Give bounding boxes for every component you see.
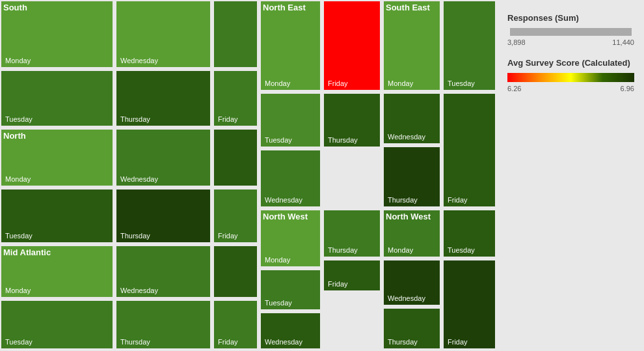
- legend-panel: Responses (Sum) 3,898 11,440 Avg Survey …: [498, 0, 644, 351]
- mid-atlantic-thursday: Thursday: [115, 300, 211, 350]
- north-tuesday-label: Tuesday: [3, 231, 34, 241]
- north-west-tuesday: Tuesday: [260, 269, 321, 311]
- score-legend-title: Avg Survey Score (Calculated): [507, 58, 634, 68]
- north-east-friday: Friday: [323, 0, 381, 91]
- nw-thursday-label: Thursday: [326, 245, 360, 255]
- south-east-monday: South East Monday: [382, 0, 441, 91]
- north-friday: Friday: [213, 188, 258, 244]
- south-west-thursday-label: Thursday: [386, 337, 420, 347]
- north-tuesday: Tuesday: [0, 188, 114, 244]
- responses-legend-bar: [510, 28, 632, 36]
- south-east-tuesday-label: Tuesday: [446, 78, 477, 89]
- mid-atlantic-friday-label: Friday: [216, 337, 240, 347]
- north-west-tuesday-label: Tuesday: [263, 298, 294, 308]
- north-west-wednesday: Wednesday: [260, 312, 321, 350]
- north-east-tuesday: Tuesday: [260, 92, 321, 148]
- north-region-label: North: [3, 131, 26, 141]
- nw-thursday-center: Thursday: [323, 209, 381, 258]
- south-col3-top: [213, 0, 258, 68]
- south-friday-1-label: Friday: [216, 114, 240, 124]
- mid-atlantic-tuesday-label: Tuesday: [3, 337, 34, 347]
- south-east-monday-label: Monday: [386, 78, 415, 89]
- mid-atlantic-tuesday: Tuesday: [0, 300, 114, 350]
- south-east-region-label: South East: [386, 3, 430, 12]
- south-monday-1-label: Monday: [3, 55, 33, 66]
- treemap-chart: South Monday Wednesday Tuesday Thursday …: [0, 0, 498, 351]
- south-tuesday-1-label: Tuesday: [3, 114, 34, 124]
- south-thursday-col2: Thursday: [115, 70, 211, 127]
- south-friday-col3: Friday: [213, 70, 258, 127]
- north-east-wednesday: Wednesday: [260, 149, 321, 208]
- south-west-friday: Friday: [442, 259, 496, 350]
- north-west-region-label: North West: [263, 212, 308, 221]
- south-monday-col1: South Monday: [0, 0, 114, 68]
- south-east-thursday-label: Thursday: [386, 195, 420, 205]
- mid-atlantic-monday-label: Monday: [3, 285, 33, 296]
- north-east-tuesday-label: Tuesday: [263, 135, 294, 145]
- south-west-monday-label: Monday: [386, 245, 415, 255]
- north-east-monday: North East Monday: [260, 0, 321, 91]
- north-col3-top: [213, 128, 258, 187]
- responses-legend-labels: 3,898 11,440: [507, 38, 634, 46]
- south-west-monday: North West Monday: [382, 209, 441, 258]
- south-east-wednesday-label: Wednesday: [386, 132, 427, 142]
- south-west-friday-label: Friday: [446, 337, 470, 347]
- north-east-monday-label: Monday: [263, 78, 292, 89]
- north-thursday: Thursday: [115, 188, 211, 244]
- south-tuesday-col1: Tuesday: [0, 70, 114, 127]
- south-east-thursday: Thursday: [382, 146, 441, 208]
- score-gradient-bar: [507, 73, 634, 82]
- north-west-monday-label: Monday: [263, 255, 292, 265]
- south-west-tuesday-label: Tuesday: [446, 245, 477, 255]
- south-west-region-label: North West: [386, 212, 431, 221]
- mid-atlantic-monday: Mid Atlantic Monday: [0, 245, 114, 298]
- north-monday: North Monday: [0, 128, 114, 187]
- score-min-label: 6.26: [507, 85, 521, 92]
- responses-min-label: 3,898: [507, 38, 526, 46]
- south-wednesday-1-label: Wednesday: [118, 55, 160, 66]
- responses-legend-title: Responses (Sum): [507, 13, 634, 23]
- mid-atlantic-thursday-label: Thursday: [118, 337, 152, 347]
- north-west-wednesday-label: Wednesday: [263, 337, 304, 347]
- south-wednesday-col2: Wednesday: [115, 0, 211, 68]
- north-thursday-label: Thursday: [118, 231, 152, 241]
- score-legend-labels: 6.26 6.96: [507, 85, 634, 92]
- north-west-monday: North West Monday: [260, 209, 321, 268]
- south-east-friday: Friday: [442, 92, 496, 208]
- south-west-wednesday-label: Wednesday: [386, 293, 427, 303]
- south-east-wednesday: Wednesday: [382, 92, 441, 145]
- north-east-wednesday-label: Wednesday: [263, 195, 304, 205]
- north-east-thursday: Thursday: [323, 92, 381, 148]
- mid-atlantic-wednesday-label: Wednesday: [118, 285, 160, 296]
- north-friday-label: Friday: [216, 231, 240, 241]
- south-east-friday-label: Friday: [446, 195, 470, 205]
- score-max-label: 6.96: [621, 85, 634, 92]
- south-west-thursday: Thursday: [382, 307, 441, 350]
- north-east-thursday-label: Thursday: [326, 135, 360, 145]
- south-east-tuesday: Tuesday: [442, 0, 496, 91]
- south-region-label: South: [3, 3, 27, 12]
- mid-atlantic-friday: Friday: [213, 300, 258, 350]
- north-east-friday-label: Friday: [326, 78, 350, 89]
- south-west-wednesday: Wednesday: [382, 259, 441, 306]
- nw-friday-center: Friday: [323, 259, 381, 292]
- south-thursday-1-label: Thursday: [118, 114, 152, 124]
- responses-max-label: 11,440: [612, 38, 634, 46]
- responses-legend-bar-row: [507, 28, 634, 36]
- mid-atlantic-region-label: Mid Atlantic: [3, 247, 51, 257]
- mid-atlantic-col3-top: [213, 245, 258, 298]
- north-monday-label: Monday: [3, 174, 33, 184]
- mid-atlantic-wednesday: Wednesday: [115, 245, 211, 298]
- south-west-tuesday: Tuesday: [442, 209, 496, 258]
- nw-friday-label: Friday: [326, 279, 350, 289]
- north-east-region-label: North East: [263, 3, 306, 12]
- north-wednesday: Wednesday: [115, 128, 211, 187]
- north-wednesday-label: Wednesday: [118, 174, 160, 184]
